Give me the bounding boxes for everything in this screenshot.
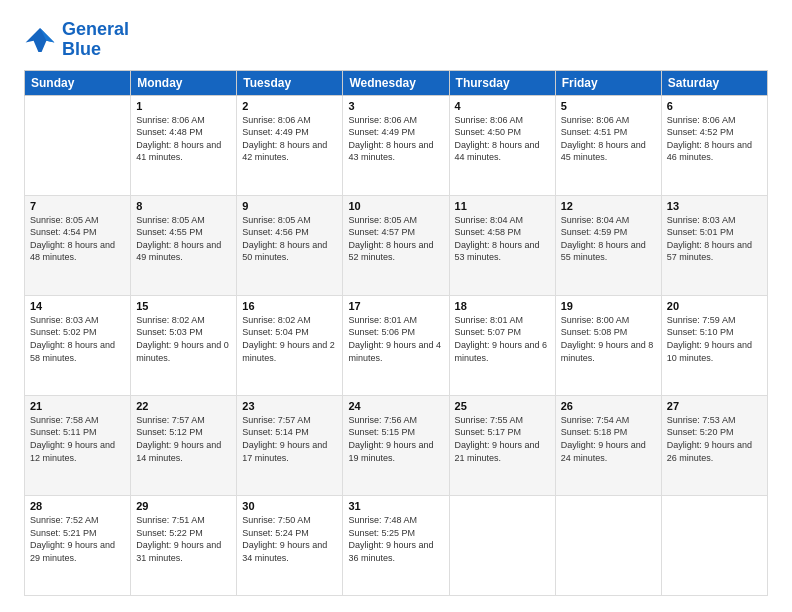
day-number: 24: [348, 400, 443, 412]
day-number: 10: [348, 200, 443, 212]
calendar-cell: 22Sunrise: 7:57 AMSunset: 5:12 PMDayligh…: [131, 395, 237, 495]
day-info: Sunrise: 8:03 AMSunset: 5:02 PMDaylight:…: [30, 314, 125, 364]
day-info: Sunrise: 8:06 AMSunset: 4:48 PMDaylight:…: [136, 114, 231, 164]
day-number: 31: [348, 500, 443, 512]
day-info: Sunrise: 8:05 AMSunset: 4:55 PMDaylight:…: [136, 214, 231, 264]
calendar-cell: 30Sunrise: 7:50 AMSunset: 5:24 PMDayligh…: [237, 495, 343, 595]
day-number: 4: [455, 100, 550, 112]
calendar-cell: 19Sunrise: 8:00 AMSunset: 5:08 PMDayligh…: [555, 295, 661, 395]
calendar-cell: [555, 495, 661, 595]
day-number: 1: [136, 100, 231, 112]
calendar-cell: [25, 95, 131, 195]
calendar-cell: [661, 495, 767, 595]
calendar-cell: 8Sunrise: 8:05 AMSunset: 4:55 PMDaylight…: [131, 195, 237, 295]
day-info: Sunrise: 8:06 AMSunset: 4:49 PMDaylight:…: [242, 114, 337, 164]
calendar-week-row: 7Sunrise: 8:05 AMSunset: 4:54 PMDaylight…: [25, 195, 768, 295]
calendar-day-header: Tuesday: [237, 70, 343, 95]
day-number: 5: [561, 100, 656, 112]
calendar-day-header: Sunday: [25, 70, 131, 95]
calendar-cell: 2Sunrise: 8:06 AMSunset: 4:49 PMDaylight…: [237, 95, 343, 195]
calendar-cell: 6Sunrise: 8:06 AMSunset: 4:52 PMDaylight…: [661, 95, 767, 195]
day-info: Sunrise: 8:01 AMSunset: 5:07 PMDaylight:…: [455, 314, 550, 364]
calendar-week-row: 21Sunrise: 7:58 AMSunset: 5:11 PMDayligh…: [25, 395, 768, 495]
day-number: 11: [455, 200, 550, 212]
day-info: Sunrise: 7:50 AMSunset: 5:24 PMDaylight:…: [242, 514, 337, 564]
calendar-cell: 29Sunrise: 7:51 AMSunset: 5:22 PMDayligh…: [131, 495, 237, 595]
day-info: Sunrise: 7:56 AMSunset: 5:15 PMDaylight:…: [348, 414, 443, 464]
day-info: Sunrise: 8:05 AMSunset: 4:57 PMDaylight:…: [348, 214, 443, 264]
calendar-day-header: Friday: [555, 70, 661, 95]
day-number: 8: [136, 200, 231, 212]
day-info: Sunrise: 7:57 AMSunset: 5:12 PMDaylight:…: [136, 414, 231, 464]
day-number: 29: [136, 500, 231, 512]
day-info: Sunrise: 7:59 AMSunset: 5:10 PMDaylight:…: [667, 314, 762, 364]
day-number: 14: [30, 300, 125, 312]
calendar-cell: 23Sunrise: 7:57 AMSunset: 5:14 PMDayligh…: [237, 395, 343, 495]
calendar-cell: 10Sunrise: 8:05 AMSunset: 4:57 PMDayligh…: [343, 195, 449, 295]
day-number: 22: [136, 400, 231, 412]
day-info: Sunrise: 8:01 AMSunset: 5:06 PMDaylight:…: [348, 314, 443, 364]
day-number: 21: [30, 400, 125, 412]
logo-icon: [24, 26, 56, 54]
day-info: Sunrise: 8:05 AMSunset: 4:56 PMDaylight:…: [242, 214, 337, 264]
calendar-cell: 11Sunrise: 8:04 AMSunset: 4:58 PMDayligh…: [449, 195, 555, 295]
day-number: 12: [561, 200, 656, 212]
calendar-cell: [449, 495, 555, 595]
day-info: Sunrise: 8:06 AMSunset: 4:50 PMDaylight:…: [455, 114, 550, 164]
calendar-cell: 27Sunrise: 7:53 AMSunset: 5:20 PMDayligh…: [661, 395, 767, 495]
calendar-cell: 28Sunrise: 7:52 AMSunset: 5:21 PMDayligh…: [25, 495, 131, 595]
calendar-day-header: Monday: [131, 70, 237, 95]
calendar-cell: 25Sunrise: 7:55 AMSunset: 5:17 PMDayligh…: [449, 395, 555, 495]
calendar-week-row: 14Sunrise: 8:03 AMSunset: 5:02 PMDayligh…: [25, 295, 768, 395]
day-info: Sunrise: 8:04 AMSunset: 4:59 PMDaylight:…: [561, 214, 656, 264]
calendar-day-header: Wednesday: [343, 70, 449, 95]
day-number: 19: [561, 300, 656, 312]
day-info: Sunrise: 7:55 AMSunset: 5:17 PMDaylight:…: [455, 414, 550, 464]
calendar-cell: 9Sunrise: 8:05 AMSunset: 4:56 PMDaylight…: [237, 195, 343, 295]
calendar-cell: 20Sunrise: 7:59 AMSunset: 5:10 PMDayligh…: [661, 295, 767, 395]
day-number: 3: [348, 100, 443, 112]
calendar-cell: 17Sunrise: 8:01 AMSunset: 5:06 PMDayligh…: [343, 295, 449, 395]
day-info: Sunrise: 7:48 AMSunset: 5:25 PMDaylight:…: [348, 514, 443, 564]
day-number: 28: [30, 500, 125, 512]
header: General Blue: [24, 20, 768, 60]
calendar-cell: 26Sunrise: 7:54 AMSunset: 5:18 PMDayligh…: [555, 395, 661, 495]
calendar-cell: 12Sunrise: 8:04 AMSunset: 4:59 PMDayligh…: [555, 195, 661, 295]
day-number: 16: [242, 300, 337, 312]
day-info: Sunrise: 8:02 AMSunset: 5:03 PMDaylight:…: [136, 314, 231, 364]
day-info: Sunrise: 8:05 AMSunset: 4:54 PMDaylight:…: [30, 214, 125, 264]
day-number: 6: [667, 100, 762, 112]
day-number: 17: [348, 300, 443, 312]
day-number: 23: [242, 400, 337, 412]
calendar-cell: 5Sunrise: 8:06 AMSunset: 4:51 PMDaylight…: [555, 95, 661, 195]
day-info: Sunrise: 8:04 AMSunset: 4:58 PMDaylight:…: [455, 214, 550, 264]
calendar-cell: 15Sunrise: 8:02 AMSunset: 5:03 PMDayligh…: [131, 295, 237, 395]
calendar-cell: 16Sunrise: 8:02 AMSunset: 5:04 PMDayligh…: [237, 295, 343, 395]
logo-text: General Blue: [62, 20, 129, 60]
calendar-cell: 21Sunrise: 7:58 AMSunset: 5:11 PMDayligh…: [25, 395, 131, 495]
day-info: Sunrise: 8:03 AMSunset: 5:01 PMDaylight:…: [667, 214, 762, 264]
day-info: Sunrise: 8:06 AMSunset: 4:52 PMDaylight:…: [667, 114, 762, 164]
day-number: 13: [667, 200, 762, 212]
calendar-cell: 3Sunrise: 8:06 AMSunset: 4:49 PMDaylight…: [343, 95, 449, 195]
calendar-week-row: 28Sunrise: 7:52 AMSunset: 5:21 PMDayligh…: [25, 495, 768, 595]
day-info: Sunrise: 7:57 AMSunset: 5:14 PMDaylight:…: [242, 414, 337, 464]
day-info: Sunrise: 8:02 AMSunset: 5:04 PMDaylight:…: [242, 314, 337, 364]
calendar-body: 1Sunrise: 8:06 AMSunset: 4:48 PMDaylight…: [25, 95, 768, 595]
page: General Blue SundayMondayTuesdayWednesda…: [0, 0, 792, 612]
calendar-cell: 14Sunrise: 8:03 AMSunset: 5:02 PMDayligh…: [25, 295, 131, 395]
calendar-day-header: Thursday: [449, 70, 555, 95]
day-number: 30: [242, 500, 337, 512]
calendar-header-row: SundayMondayTuesdayWednesdayThursdayFrid…: [25, 70, 768, 95]
calendar-week-row: 1Sunrise: 8:06 AMSunset: 4:48 PMDaylight…: [25, 95, 768, 195]
day-info: Sunrise: 8:06 AMSunset: 4:49 PMDaylight:…: [348, 114, 443, 164]
day-number: 18: [455, 300, 550, 312]
day-info: Sunrise: 7:58 AMSunset: 5:11 PMDaylight:…: [30, 414, 125, 464]
calendar-cell: 31Sunrise: 7:48 AMSunset: 5:25 PMDayligh…: [343, 495, 449, 595]
day-info: Sunrise: 7:53 AMSunset: 5:20 PMDaylight:…: [667, 414, 762, 464]
day-info: Sunrise: 8:00 AMSunset: 5:08 PMDaylight:…: [561, 314, 656, 364]
calendar-cell: 1Sunrise: 8:06 AMSunset: 4:48 PMDaylight…: [131, 95, 237, 195]
day-number: 27: [667, 400, 762, 412]
day-info: Sunrise: 7:51 AMSunset: 5:22 PMDaylight:…: [136, 514, 231, 564]
calendar-cell: 13Sunrise: 8:03 AMSunset: 5:01 PMDayligh…: [661, 195, 767, 295]
